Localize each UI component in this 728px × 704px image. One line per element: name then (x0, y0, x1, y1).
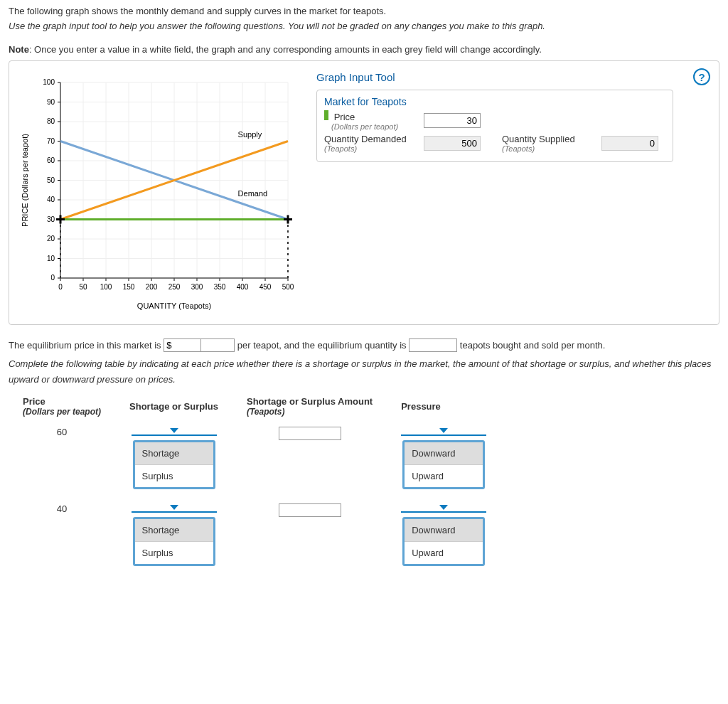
amount-input[interactable] (279, 427, 341, 440)
dropdown-option[interactable]: Shortage (135, 519, 213, 542)
svg-text:10: 10 (47, 255, 55, 262)
svg-text:60: 60 (47, 156, 55, 164)
svg-text:350: 350 (214, 283, 226, 291)
svg-text:Demand: Demand (238, 189, 268, 198)
help-icon[interactable]: ? (693, 68, 710, 85)
svg-text:100: 100 (43, 78, 55, 86)
pressure-dropdown[interactable] (401, 503, 486, 513)
table-row: 60 Shortage Surplus Downward Upward (9, 420, 500, 496)
svg-text:50: 50 (47, 176, 55, 184)
svg-text:0: 0 (50, 274, 55, 282)
svg-text:30: 30 (47, 215, 55, 223)
intro-line-2: Use the graph input tool to help you ans… (9, 21, 719, 31)
svg-text:PRICE (Dollars per teapot): PRICE (Dollars per teapot) (21, 134, 29, 227)
amount-input[interactable] (279, 503, 341, 517)
price-input[interactable] (424, 113, 481, 128)
svg-text:100: 100 (100, 283, 112, 291)
svg-text:0: 0 (58, 283, 63, 291)
col-amt: Shortage or Surplus Amount (247, 396, 373, 407)
svg-text:80: 80 (47, 117, 55, 125)
dropdown-option[interactable]: Shortage (135, 442, 213, 465)
svg-text:500: 500 (282, 283, 294, 291)
eq-dollar-prefix (164, 338, 201, 352)
eq-post: teapots bought and sold per month. (460, 340, 606, 351)
shortage-surplus-dropdown[interactable] (132, 427, 217, 436)
svg-text:300: 300 (191, 283, 203, 291)
col-pressure: Pressure (387, 393, 500, 420)
svg-text:450: 450 (259, 283, 272, 291)
intro-line-1: The following graph shows the monthly de… (9, 6, 719, 16)
market-box: Market for Teapots Price (Dollars per te… (316, 90, 673, 162)
eq-pre: The equilibrium price in this market is (9, 340, 164, 351)
note-text: : Once you enter a value in a white fiel… (29, 44, 542, 55)
dropdown-option[interactable]: Surplus (135, 542, 213, 564)
qd-label: Quantity Demanded (324, 134, 407, 144)
equilibrium-sentence: The equilibrium price in this market is … (9, 338, 719, 388)
supply-demand-chart[interactable]: 0501001502002503003504004505000102030405… (18, 68, 302, 317)
qs-unit: (Teapots) (502, 144, 594, 153)
market-title: Market for Teapots (324, 96, 665, 107)
svg-text:150: 150 (123, 283, 135, 291)
svg-text:250: 250 (168, 283, 181, 291)
eq-mid: per teapot, and the equilibrium quantity… (237, 340, 409, 351)
svg-text:QUANTITY (Teapots): QUANTITY (Teapots) (137, 302, 211, 310)
price-unit: (Dollars per teapot) (324, 122, 417, 131)
price-swatch-icon (324, 110, 328, 120)
shortage-surplus-dropdown[interactable] (132, 503, 217, 513)
svg-text:20: 20 (47, 235, 55, 242)
svg-text:Supply: Supply (238, 130, 262, 139)
eq-quantity-input[interactable] (409, 338, 457, 352)
col-amt-unit: (Teapots) (247, 407, 373, 417)
price-cell: 60 (9, 420, 115, 496)
price-cell: 40 (9, 496, 115, 573)
price-label: Price (334, 112, 355, 122)
shortage-surplus-table: Price (Dollars per teapot) Shortage or S… (9, 393, 500, 573)
svg-text:50: 50 (79, 283, 87, 291)
svg-text:90: 90 (47, 98, 55, 106)
qd-value (424, 136, 481, 151)
col-price: Price (23, 396, 101, 407)
pressure-dropdown[interactable] (401, 427, 486, 436)
col-ss: Shortage or Surplus (115, 393, 232, 420)
qs-label: Quantity Supplied (502, 134, 575, 144)
svg-text:40: 40 (47, 196, 55, 203)
table-instructions: Complete the following table by indicati… (9, 356, 719, 388)
qd-unit: (Teapots) (324, 144, 417, 153)
tool-panel: 0501001502002503003504004505000102030405… (9, 60, 719, 325)
col-price-unit: (Dollars per teapot) (23, 407, 101, 417)
svg-text:400: 400 (237, 283, 249, 291)
tool-header-title: Graph Input Tool (316, 71, 395, 83)
note-label: Note (9, 44, 29, 55)
svg-text:70: 70 (47, 137, 55, 145)
qs-value (601, 136, 658, 151)
chart-area[interactable]: 0501001502002503003504004505000102030405… (18, 68, 302, 317)
dropdown-option[interactable]: Downward (405, 519, 483, 542)
svg-text:200: 200 (146, 283, 158, 291)
table-row: 40 Shortage Surplus Downward Upward (9, 496, 500, 573)
note-line: Note: Once you enter a value in a white … (9, 44, 719, 55)
dropdown-option[interactable]: Downward (405, 442, 483, 465)
dropdown-option[interactable]: Upward (405, 465, 483, 487)
eq-price-input[interactable] (201, 338, 235, 352)
dropdown-option[interactable]: Surplus (135, 465, 213, 487)
dropdown-option[interactable]: Upward (405, 542, 483, 564)
